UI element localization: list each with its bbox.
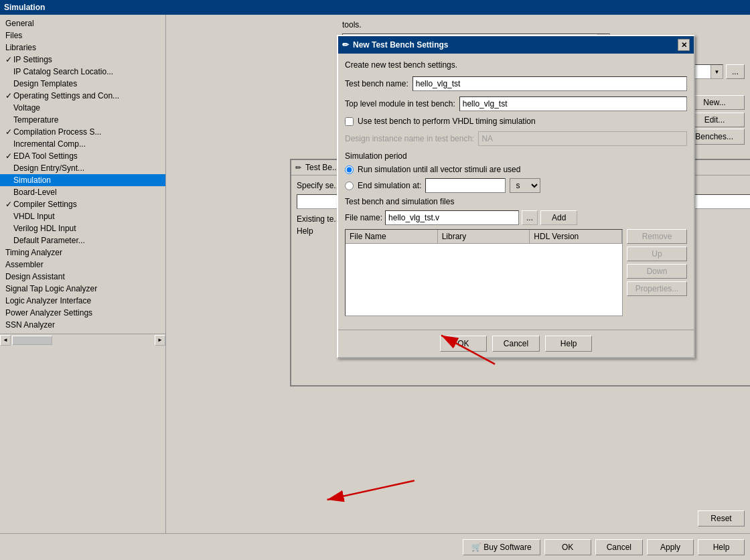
use-vhdl-checkbox[interactable] xyxy=(345,117,354,126)
tb-name-row: Test bench name: xyxy=(345,76,687,91)
reset-btn-area: Reset xyxy=(698,510,745,527)
sidebar-item-logic-analyzer[interactable]: Logic Analyzer Interface xyxy=(0,295,165,307)
sidebar-item-files[interactable]: Files xyxy=(0,29,165,42)
pencil-icon-bg: ✏ xyxy=(295,163,301,172)
tb-name-input[interactable] xyxy=(412,76,687,91)
ntb-cancel-btn[interactable]: Cancel xyxy=(492,336,540,352)
main-window: Simulation General Files Libraries ✓ IP … xyxy=(0,0,750,560)
sidebar-item-board-level[interactable]: Board-Level xyxy=(0,186,165,198)
sidebar-item-incremental[interactable]: Incremental Comp... xyxy=(0,138,165,150)
sim-tool-text: tools. xyxy=(342,20,362,29)
file-name-label: File name: xyxy=(345,213,382,222)
tb-bg-title-text: Test Be... xyxy=(305,163,339,172)
ntb-ok-btn[interactable]: OK xyxy=(440,336,487,352)
file-table: File Name Library HDL Version xyxy=(345,229,623,316)
files-section-title: Test bench and simulation files xyxy=(345,197,687,206)
top-level-input[interactable] xyxy=(459,96,687,111)
file-action-btns: Remove Up Down Properties... xyxy=(627,229,687,316)
checkmark-icon2: ✓ xyxy=(5,91,12,100)
sim-period-value-input[interactable] xyxy=(425,178,506,193)
file-table-container: File Name Library HDL Version Remove Up … xyxy=(345,229,687,316)
reset-btn[interactable]: Reset xyxy=(698,510,745,527)
ntb-title-text: New Test Bench Settings xyxy=(353,40,448,50)
bottom-help-btn[interactable]: Help xyxy=(698,539,745,555)
scroll-thumb[interactable] xyxy=(12,336,52,345)
ntb-subtitle: Create new test bench settings. xyxy=(345,60,687,70)
file-browse-btn[interactable]: ... xyxy=(522,210,538,225)
top-level-row: Top level module in test bench: xyxy=(345,96,687,111)
file-table-header: File Name Library HDL Version xyxy=(346,230,622,244)
sidebar-item-ip-settings[interactable]: ✓ IP Settings xyxy=(0,54,165,66)
sidebar-item-ssn[interactable]: SSN Analyzer xyxy=(0,319,165,331)
bottom-toolbar: 🛒 Buy Software OK Cancel Apply Help xyxy=(0,533,750,560)
sidebar-scrollbar[interactable]: ◄ ► xyxy=(0,334,165,346)
sidebar-item-verilog[interactable]: Verilog HDL Input xyxy=(0,222,165,234)
sidebar-item-timing[interactable]: Timing Analyzer xyxy=(0,247,165,259)
sidebar-item-ip-catalog[interactable]: IP Catalog Search Locatio... xyxy=(0,66,165,78)
specify-combo-arrow[interactable]: ▼ xyxy=(710,65,723,78)
cart-icon: 🛒 xyxy=(471,543,481,552)
buy-software-label: Buy Software xyxy=(483,543,531,552)
radio-end-row: End simulation at: s ms us ns ps xyxy=(345,178,687,193)
ntb-title-left: ✏ New Test Bench Settings xyxy=(342,40,448,50)
scroll-left-arrow[interactable]: ◄ xyxy=(0,335,11,346)
radio-end-label: End simulation at: xyxy=(358,181,421,190)
file-add-btn[interactable]: Add xyxy=(540,210,577,225)
col-library: Library xyxy=(438,230,530,243)
design-instance-input xyxy=(478,131,687,146)
sidebar-item-temperature[interactable]: Temperature xyxy=(0,114,165,126)
main-panel: tools. ▼ T ▼ ... xyxy=(166,15,750,560)
sidebar-item-vhdl[interactable]: VHDL Input xyxy=(0,210,165,222)
sidebar-item-compiler[interactable]: ✓ Compiler Settings xyxy=(0,198,165,210)
top-level-label: Top level module in test bench: xyxy=(345,99,455,109)
properties-btn[interactable]: Properties... xyxy=(627,281,687,296)
sidebar-item-design-assistant[interactable]: Design Assistant xyxy=(0,271,165,283)
specify-ellipsis-btn[interactable]: ... xyxy=(726,64,745,79)
bottom-cancel-btn[interactable]: Cancel xyxy=(595,539,643,555)
design-instance-label: Design instance name in test bench: xyxy=(345,134,474,143)
title-text: Simulation xyxy=(4,3,45,12)
up-btn[interactable]: Up xyxy=(627,247,687,261)
buy-software-btn[interactable]: 🛒 Buy Software xyxy=(463,539,540,555)
sidebar: General Files Libraries ✓ IP Settings IP… xyxy=(0,15,166,560)
ntb-close-btn[interactable]: ✕ xyxy=(678,39,690,51)
sidebar-item-eda[interactable]: ✓ EDA Tool Settings xyxy=(0,150,165,162)
sidebar-item-default-param[interactable]: Default Parameter... xyxy=(0,234,165,247)
ntb-content: Create new test bench settings. Test ben… xyxy=(338,54,694,330)
sidebar-item-design-templates[interactable]: Design Templates xyxy=(0,78,165,90)
sim-period-unit-select[interactable]: s ms us ns ps xyxy=(510,178,540,193)
remove-btn[interactable]: Remove xyxy=(627,229,687,244)
sidebar-item-voltage[interactable]: Voltage xyxy=(0,102,165,114)
col-hdlversion: HDL Version xyxy=(530,230,622,243)
ntb-help-btn[interactable]: Help xyxy=(545,336,592,352)
scroll-right-arrow[interactable]: ► xyxy=(155,335,165,346)
checkmark-icon3: ✓ xyxy=(5,127,12,137)
use-vhdl-label: Use test bench to perform VHDL timing si… xyxy=(358,117,536,126)
radio-run-all[interactable] xyxy=(345,165,354,174)
sidebar-item-simulation[interactable]: Simulation xyxy=(0,174,165,186)
bottom-ok-btn[interactable]: OK xyxy=(544,539,591,555)
sidebar-item-operating[interactable]: ✓ Operating Settings and Con... xyxy=(0,90,165,102)
ntb-dialog: ✏ New Test Bench Settings ✕ Create new t… xyxy=(337,35,695,358)
bottom-apply-btn[interactable]: Apply xyxy=(647,539,694,555)
radio-run-row: Run simulation until all vector stimuli … xyxy=(345,165,687,174)
sidebar-item-power-analyzer[interactable]: Power Analyzer Settings xyxy=(0,307,165,319)
sidebar-item-general[interactable]: General xyxy=(0,17,165,29)
sim-period-title: Simulation period xyxy=(345,151,687,161)
col-filename: File Name xyxy=(346,230,438,243)
design-instance-row: Design instance name in test bench: xyxy=(345,131,687,146)
down-btn[interactable]: Down xyxy=(627,264,687,279)
sidebar-item-libraries[interactable]: Libraries xyxy=(0,42,165,54)
file-name-input[interactable] xyxy=(385,210,519,225)
radio-run-label: Run simulation until all vector stimuli … xyxy=(358,165,520,174)
checkmark-icon5: ✓ xyxy=(5,200,12,209)
sidebar-item-assembler[interactable]: Assembler xyxy=(0,259,165,271)
sidebar-item-signal-tap[interactable]: Signal Tap Logic Analyzer xyxy=(0,283,165,295)
radio-end-at[interactable] xyxy=(345,182,354,190)
use-vhdl-row: Use test bench to perform VHDL timing si… xyxy=(345,117,687,126)
tb-name-label: Test bench name: xyxy=(345,79,408,88)
file-name-row: File name: ... Add xyxy=(345,210,687,225)
sidebar-item-design-entry[interactable]: Design Entry/Synt... xyxy=(0,162,165,174)
sidebar-item-compilation[interactable]: ✓ Compilation Process S... xyxy=(0,126,165,138)
title-bar: Simulation xyxy=(0,0,750,15)
